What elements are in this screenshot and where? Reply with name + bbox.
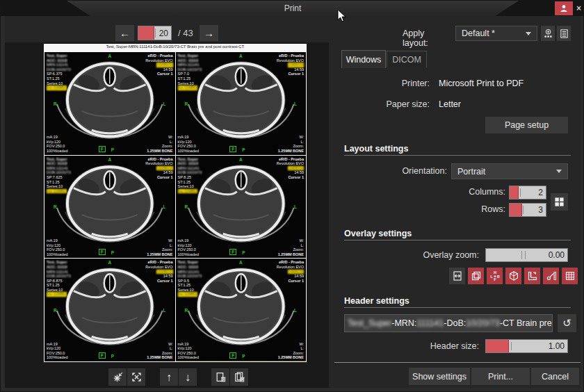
layout-list-button[interactable] bbox=[557, 26, 571, 41]
cell-overlay-bottomleft: mA:19kVp:120FOV:250.0100%loaded bbox=[178, 342, 200, 360]
mrn-label: -MRN: bbox=[391, 318, 416, 328]
cell-overlay-bottomleft: mA:19kVp:120FOV:250.0100%loaded bbox=[47, 238, 68, 256]
orientation-marker-right: R bbox=[185, 308, 188, 313]
toggle-measure-tool-button[interactable] bbox=[543, 268, 559, 284]
orientation-value: Portrait bbox=[457, 167, 485, 177]
delete-page-button[interactable] bbox=[211, 368, 229, 386]
show-settings-button[interactable]: Show settings bbox=[409, 368, 470, 385]
fit-to-window-button[interactable] bbox=[127, 368, 145, 386]
print-button[interactable]: Print... bbox=[471, 368, 530, 385]
cell-overlay-topright: eR/D - Prueba Revolution EVO 10/05/19 14… bbox=[145, 157, 172, 180]
toggle-orientation-cube-button[interactable] bbox=[505, 268, 521, 284]
preview-cell-4[interactable]: Test, Super ACC: 11113 MRN:111141 DOB:10… bbox=[176, 156, 307, 259]
orientation-cube-icon bbox=[508, 270, 519, 281]
dob-label: -DoB: bbox=[444, 318, 466, 328]
preview-grid: Test, Super ACC: 11113 MRN:111141 DOB:10… bbox=[44, 52, 306, 361]
orientation-marker-left: L bbox=[294, 308, 297, 313]
chevron-down-icon bbox=[556, 170, 562, 173]
overlay-zoom-slider[interactable]: 0.00 bbox=[485, 248, 568, 262]
page-header-text: Test, Super-MRN:111141-DoB:10/20/73-CT B… bbox=[44, 44, 307, 49]
save-layout-button[interactable] bbox=[541, 26, 555, 41]
orientation-marker-posterior: P bbox=[242, 354, 245, 359]
user-button[interactable] bbox=[555, 1, 573, 15]
title-tab: Print bbox=[67, 1, 519, 16]
svg-text:H: H bbox=[494, 270, 496, 275]
print-dialog: Print × ← 20 / 43 → Apply layout: Defaul… bbox=[0, 0, 584, 392]
ruler-corner-icon bbox=[527, 270, 538, 281]
orientation-marker-left: L bbox=[294, 101, 297, 106]
layout-combobox[interactable]: Default * bbox=[455, 26, 537, 41]
columns-handle[interactable] bbox=[520, 188, 521, 197]
footer-divider bbox=[334, 362, 581, 363]
cell-overlay-bottomright: W:L:Zoom:1.25MM BONE bbox=[147, 342, 172, 360]
move-page-up-button[interactable]: ↑ bbox=[160, 368, 178, 386]
orientation-marker-f: F bbox=[99, 249, 106, 255]
grid-layout-button[interactable] bbox=[551, 193, 568, 211]
reset-header-button[interactable]: ↺ bbox=[558, 314, 576, 332]
cell-overlay-topleft: Test, Super ACC: 11113 MRN:111141 DOB:10… bbox=[178, 157, 202, 194]
cell-overlay-topleft: Test, Super ACC: 11113 MRN:111141 DOB:10… bbox=[178, 54, 202, 90]
header-size-handle[interactable] bbox=[511, 342, 512, 350]
toggle-frames-overlay-button[interactable] bbox=[468, 268, 484, 284]
columns-label: Columns: bbox=[404, 187, 505, 197]
orientation-marker-f: F bbox=[229, 146, 236, 152]
preview-cell-6[interactable]: Test, Super ACC: 11113 MRN:111141 DOB:10… bbox=[176, 259, 307, 361]
previous-page-button[interactable]: ← bbox=[115, 25, 134, 41]
rows-handle[interactable] bbox=[523, 206, 524, 214]
preview-cell-3[interactable]: Test, Super ACC: 11113 MRN:111141 DOB:10… bbox=[44, 156, 175, 259]
preview-cell-5[interactable]: Test, Super ACC: 11113 MRN:111141 DOB:10… bbox=[44, 259, 175, 361]
orientation-marker-left: L bbox=[163, 101, 166, 106]
delete-all-pages-button[interactable] bbox=[230, 368, 248, 386]
orientation-letters-icon: HLRF bbox=[489, 270, 501, 281]
cell-overlay-bottomleft: mA:19kVp:120FOV:250.0100%loaded bbox=[178, 238, 200, 256]
auto-window-button[interactable] bbox=[108, 368, 127, 386]
header-size-fill bbox=[486, 340, 509, 352]
svg-text:L: L bbox=[490, 275, 493, 279]
orientation-marker-f: F bbox=[229, 249, 236, 255]
paper-size-value: Letter bbox=[439, 99, 461, 109]
toggle-ruler-button[interactable] bbox=[524, 268, 540, 284]
page-setup-label: Page setup bbox=[505, 120, 549, 130]
cell-overlay-topleft: Test, Super ACC: 11113 MRN:111141 DOB:10… bbox=[178, 260, 202, 297]
header-text-field[interactable]: Test_Super-MRN:111141-DoB:10/20/73-CT Br… bbox=[344, 314, 553, 332]
dob-redacted: 10/20/73 bbox=[466, 318, 500, 328]
apply-layout-label: Apply layout: bbox=[403, 28, 451, 48]
orientation-marker-left: L bbox=[294, 204, 297, 209]
overlay-zoom-handle[interactable] bbox=[521, 251, 522, 259]
add-layout-icon bbox=[543, 28, 553, 39]
tab-dicom[interactable]: DICOM bbox=[387, 51, 427, 67]
move-page-down-button[interactable]: ↓ bbox=[179, 368, 197, 386]
header-size-label: Header size: bbox=[348, 341, 479, 351]
pan-overlays-button[interactable] bbox=[449, 268, 465, 284]
printer-label: Printer: bbox=[334, 79, 430, 88]
preview-cell-2[interactable]: Test, Super ACC: 11113 MRN:111141 DOB:10… bbox=[176, 52, 307, 155]
mrn-redacted: 111141 bbox=[416, 318, 444, 328]
dialog-title: Print bbox=[284, 3, 302, 13]
layout-combobox-value: Default * bbox=[462, 28, 495, 38]
orientation-marker-right: R bbox=[54, 308, 57, 313]
print-label: Print... bbox=[488, 372, 513, 382]
orientation-marker-posterior: P bbox=[111, 147, 114, 152]
delete-page-icon bbox=[215, 371, 227, 383]
pan-arrows-icon bbox=[452, 270, 463, 281]
cancel-button[interactable]: Cancel bbox=[531, 368, 579, 385]
page-setup-button[interactable]: Page setup bbox=[485, 117, 568, 133]
auto-window-icon bbox=[112, 371, 124, 383]
orientation-marker-f: F bbox=[99, 146, 106, 152]
preview-cell-1[interactable]: Test, Super ACC: 11113 MRN:111141 DOB:10… bbox=[44, 52, 175, 155]
page-number-spinner[interactable]: 20 bbox=[138, 26, 172, 40]
orientation-marker-f: F bbox=[99, 352, 106, 359]
columns-spinner[interactable]: 2 bbox=[509, 186, 546, 199]
toggle-table-overlay-button[interactable] bbox=[562, 268, 578, 284]
next-page-button[interactable]: → bbox=[200, 25, 218, 41]
toggle-orientation-letters-button[interactable]: HLRF bbox=[487, 268, 503, 284]
header-size-slider[interactable]: 1.00 bbox=[485, 339, 568, 353]
rows-spinner[interactable]: 3 bbox=[509, 203, 546, 217]
page-spinner-handle[interactable] bbox=[155, 28, 156, 38]
orientation-marker-posterior: P bbox=[111, 250, 114, 255]
close-button[interactable]: × bbox=[574, 1, 584, 15]
orientation-marker-right: R bbox=[185, 204, 188, 209]
header-settings-divider bbox=[344, 307, 571, 308]
tab-windows[interactable]: Windows bbox=[341, 50, 386, 68]
orientation-combobox[interactable]: Portrait bbox=[451, 163, 568, 179]
